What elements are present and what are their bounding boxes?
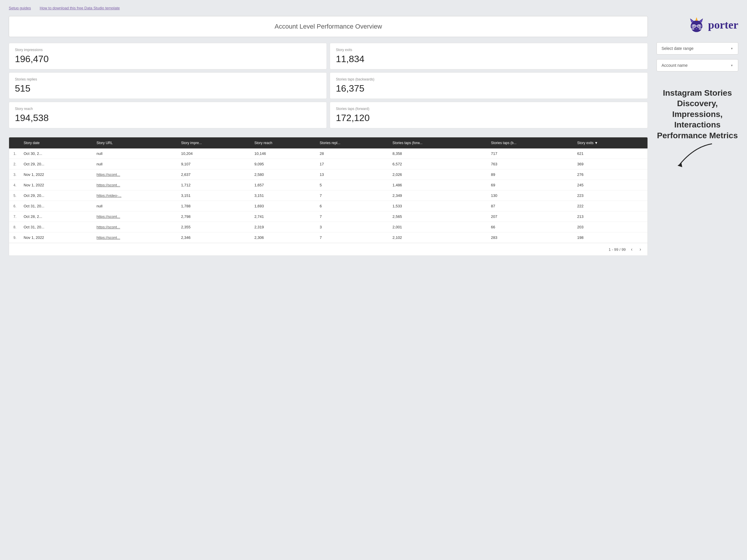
table-cell-3-2[interactable]: https://scont... — [94, 180, 178, 190]
porter-logo-text: porter — [708, 18, 738, 31]
table-cell-2-5: 13 — [317, 169, 390, 180]
prev-page-button[interactable]: ‹ — [629, 246, 634, 252]
table-cell-6-2[interactable]: https://scont... — [94, 211, 178, 222]
table-cell-4-5: 7 — [317, 190, 390, 201]
table-cell-8-2[interactable]: https://scont... — [94, 233, 178, 243]
table-cell-8-5: 7 — [317, 233, 390, 243]
table-cell-7-2[interactable]: https://scont... — [94, 222, 178, 233]
table-row: 4.Nov 1, 2022https://scont...1,7121,6575… — [9, 180, 647, 190]
metric-label-1: Story exits — [336, 48, 642, 52]
table-cell-5-6: 1,533 — [390, 201, 488, 211]
setup-guides-link[interactable]: Setup guides — [9, 6, 31, 10]
table-footer: 1 - 99 / 99 ‹ › — [9, 243, 647, 256]
table-cell-4-4: 3,151 — [252, 190, 317, 201]
table-cell-0-5: 28 — [317, 149, 390, 159]
top-links: Setup guides How to download this free D… — [9, 6, 738, 10]
table-cell-4-1: Oct 29, 20... — [21, 190, 94, 201]
svg-line-13 — [691, 29, 694, 29]
svg-line-14 — [699, 28, 702, 29]
account-name-filter[interactable]: Account name ▼ — [656, 59, 738, 72]
svg-line-15 — [699, 29, 702, 29]
page-title: Account Level Performance Overview — [21, 23, 636, 30]
table-row: 2.Oct 29, 20...null9,1079,095176,5727633… — [9, 159, 647, 169]
table-cell-2-1: Nov 1, 2022 — [21, 169, 94, 180]
metric-value-3: 16,375 — [336, 83, 642, 94]
table-cell-1-0: 2. — [9, 159, 21, 169]
table-cell-0-3: 10,204 — [178, 149, 251, 159]
svg-line-12 — [691, 28, 694, 29]
table-cell-3-8: 245 — [574, 180, 647, 190]
next-page-button[interactable]: › — [638, 246, 643, 252]
metric-value-5: 172,120 — [336, 113, 642, 123]
table-cell-6-0: 7. — [9, 211, 21, 222]
account-name-arrow-icon: ▼ — [730, 64, 733, 67]
table-col-2[interactable]: Story URL — [94, 137, 178, 149]
table-cell-0-6: 8,358 — [390, 149, 488, 159]
metric-label-5: Stories taps (forward) — [336, 107, 642, 111]
table-cell-2-2[interactable]: https://scont... — [94, 169, 178, 180]
callout-arrow-icon — [671, 141, 724, 170]
callout-section: Instagram Stories Discovery, Impressions… — [656, 82, 738, 170]
table-cell-1-1: Oct 29, 20... — [21, 159, 94, 169]
date-range-arrow-icon: ▼ — [730, 47, 733, 50]
table-cell-2-8: 276 — [574, 169, 647, 180]
table-row: 5.Oct 29, 20...https://video-...3,1513,1… — [9, 190, 647, 201]
table-cell-8-8: 198 — [574, 233, 647, 243]
pagination-info: 1 - 99 / 99 — [609, 247, 626, 252]
table-cell-7-5: 3 — [317, 222, 390, 233]
metric-card-4: Story reach194,538 — [9, 102, 327, 128]
table-cell-8-0: 9. — [9, 233, 21, 243]
porter-logo-icon — [688, 16, 705, 33]
table-col-1[interactable]: Story date — [21, 137, 94, 149]
table-cell-3-1: Nov 1, 2022 — [21, 180, 94, 190]
metric-label-2: Stories replies — [15, 77, 321, 81]
metric-value-4: 194,538 — [15, 113, 321, 123]
table-row: 8.Oct 31, 20...https://scont...2,3552,31… — [9, 222, 647, 233]
svg-point-10 — [698, 25, 700, 27]
metrics-grid: Story impressions196,470Story exits11,83… — [9, 43, 648, 128]
table-cell-6-6: 2,565 — [390, 211, 488, 222]
table-cell-6-3: 2,798 — [178, 211, 251, 222]
table-cell-1-2: null — [94, 159, 178, 169]
table-row: 6.Oct 31, 20...null1,7881,69361,53387222 — [9, 201, 647, 211]
table-cell-0-8: 621 — [574, 149, 647, 159]
metric-card-2: Stories replies515 — [9, 72, 327, 99]
metric-value-0: 196,470 — [15, 54, 321, 64]
table-cell-3-4: 1,657 — [252, 180, 317, 190]
table-cell-8-4: 2,306 — [252, 233, 317, 243]
date-range-filter[interactable]: Select date range ▼ — [656, 42, 738, 55]
table-cell-2-6: 2,026 — [390, 169, 488, 180]
table-col-7[interactable]: Stories taps (b... — [488, 137, 574, 149]
logo-area: porter — [656, 16, 738, 33]
main-layout: Account Level Performance Overview Story… — [9, 16, 738, 256]
table-cell-7-4: 2,319 — [252, 222, 317, 233]
table-cell-3-5: 5 — [317, 180, 390, 190]
table-col-5[interactable]: Stories repl... — [317, 137, 390, 149]
table-cell-1-8: 369 — [574, 159, 647, 169]
table-cell-3-7: 69 — [488, 180, 574, 190]
table-header: Story dateStory URLStory impre...Story r… — [9, 137, 647, 149]
right-panel: porter Select date range ▼ Account name … — [656, 16, 738, 256]
table-cell-0-2: null — [94, 149, 178, 159]
date-range-label: Select date range — [662, 46, 694, 51]
metric-card-3: Stories taps (backwards)16,375 — [330, 72, 648, 99]
table-cell-1-7: 763 — [488, 159, 574, 169]
table-col-3[interactable]: Story impre... — [178, 137, 251, 149]
table-cell-4-2[interactable]: https://video-... — [94, 190, 178, 201]
svg-point-9 — [693, 25, 694, 27]
table-cell-1-5: 17 — [317, 159, 390, 169]
table-col-0 — [9, 137, 21, 149]
table-cell-3-6: 1,486 — [390, 180, 488, 190]
table-cell-0-7: 717 — [488, 149, 574, 159]
download-template-link[interactable]: How to download this free Data Studio te… — [40, 6, 120, 10]
table-col-4[interactable]: Story reach — [252, 137, 317, 149]
table-col-6[interactable]: Stories taps (forw... — [390, 137, 488, 149]
table-cell-5-0: 6. — [9, 201, 21, 211]
table-col-8[interactable]: Story exits ▼ — [574, 137, 647, 149]
table-cell-2-0: 3. — [9, 169, 21, 180]
table-cell-7-7: 66 — [488, 222, 574, 233]
table-row: 9.Nov 1, 2022https://scont...2,3462,3067… — [9, 233, 647, 243]
metric-card-0: Story impressions196,470 — [9, 43, 327, 70]
callout-text: Instagram Stories Discovery, Impressions… — [656, 88, 738, 141]
table-cell-8-3: 2,346 — [178, 233, 251, 243]
